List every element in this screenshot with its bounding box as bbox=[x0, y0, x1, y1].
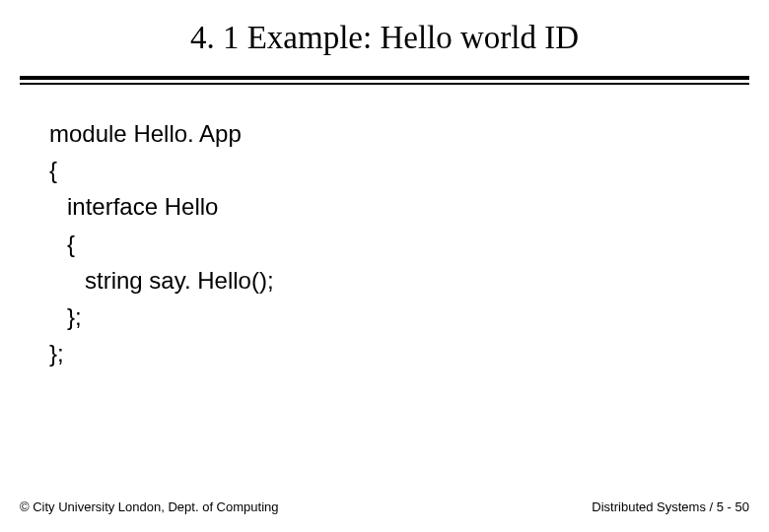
code-block: module Hello. App { interface Hello { st… bbox=[0, 86, 769, 371]
footer-left: © City University London, Dept. of Compu… bbox=[20, 499, 278, 514]
code-line: module Hello. App bbox=[49, 115, 769, 152]
slide-title: 4. 1 Example: Hello world ID bbox=[0, 0, 769, 66]
code-line: { bbox=[49, 152, 769, 188]
code-line: string say. Hello(); bbox=[49, 262, 769, 299]
slide: 4. 1 Example: Hello world ID module Hell… bbox=[0, 0, 769, 532]
divider-thin bbox=[20, 83, 749, 85]
divider-thick bbox=[20, 76, 749, 80]
footer: © City University London, Dept. of Compu… bbox=[20, 499, 749, 514]
code-line: interface Hello bbox=[49, 188, 769, 225]
code-line: }; bbox=[49, 299, 769, 335]
code-line: { bbox=[49, 226, 769, 262]
footer-right: Distributed Systems / 5 - 50 bbox=[592, 499, 749, 514]
title-divider bbox=[20, 76, 749, 86]
code-line: }; bbox=[49, 335, 769, 371]
